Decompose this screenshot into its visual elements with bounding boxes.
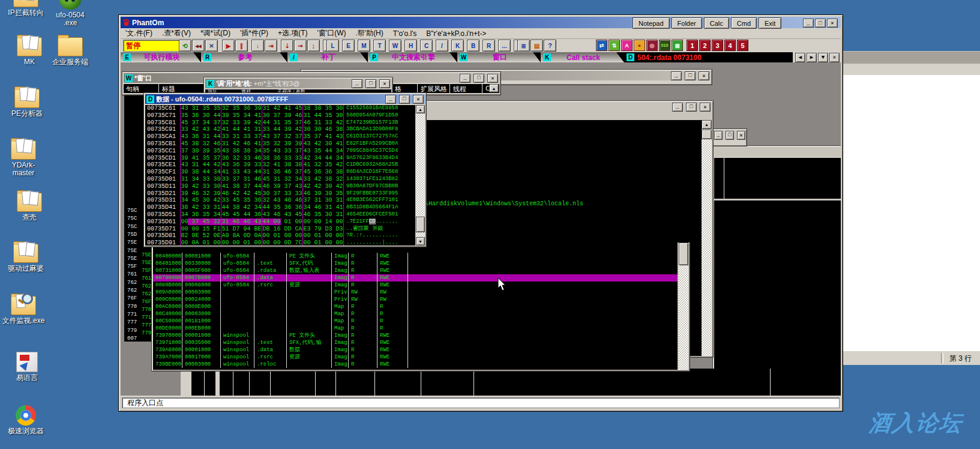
minimize-icon[interactable]: _ — [352, 79, 362, 88]
desktop-icon-mk[interactable]: MK — [7, 37, 52, 66]
restart-icon[interactable]: ⟲ — [179, 40, 191, 52]
memory-map-window[interactable]: 0040000000001000ufo-0504PE 文件头ImagRRWE00… — [151, 243, 690, 372]
close-icon[interactable]: ✕ — [699, 71, 709, 80]
updown-icon[interactable]: ⇅ — [609, 40, 620, 51]
right-background-window[interactable] — [712, 145, 841, 396]
scroll-thumb[interactable] — [416, 217, 425, 232]
memory-row[interactable]: 00C5000000181000MapRR — [153, 318, 678, 325]
tab-close-icon[interactable]: ✕ — [829, 53, 840, 62]
locale-titlebar[interactable]: _ □ ✕ — [415, 102, 712, 112]
hex-row[interactable]: 00735D3134 45 30 4233 45 35 3632 43 46 4… — [145, 197, 415, 204]
desktop-icon-check-shell[interactable]: 查壳 — [7, 193, 52, 221]
memory-row[interactable]: 00DE0000000EB000MapRR — [153, 325, 678, 332]
minimize-icon[interactable]: _ — [672, 103, 683, 112]
desktop-icon-yi-language[interactable]: 易语言 — [5, 352, 49, 382]
swap-icon[interactable]: ⇄ — [596, 40, 607, 51]
hex-row[interactable]: 00735D6100 37 45 3231 46 46 4344 00 01 0… — [145, 218, 415, 226]
hex-row[interactable]: 00735D4138 42 33 3144 38 42 3444 35 36 3… — [145, 204, 415, 211]
maximize-icon[interactable]: □ — [815, 19, 826, 28]
scroll-up-icon[interactable]: ▲ — [702, 120, 712, 129]
memory-row[interactable]: 009A000000003000PrivRWRW — [153, 289, 678, 296]
letter-button-R[interactable]: R — [482, 40, 495, 52]
return-icon[interactable]: ↨ — [307, 40, 320, 52]
maximize-icon[interactable]: □ — [685, 71, 696, 80]
hex-row[interactable]: 00735CB145 38 32 4631 42 46 4135 32 39 3… — [145, 140, 415, 148]
letter-button-L[interactable]: L — [326, 40, 339, 52]
step-into-icon[interactable]: ↓ — [251, 40, 264, 52]
memory-row[interactable]: 00AC00000000E000MapRR — [153, 303, 678, 310]
column-header[interactable]: 扩展风格 — [421, 85, 447, 93]
letter-button-H[interactable]: H — [404, 40, 417, 52]
memory-row[interactable]: 009C000000024000PrivRWRW — [153, 296, 678, 303]
memory-content[interactable]: 0040000000001000ufo-0504PE 文件头ImagRRWE00… — [153, 243, 678, 370]
maximize-icon[interactable]: □ — [365, 79, 376, 88]
memory-row[interactable]: 7397100000035000winspool.textSFX,代码,输Ima… — [153, 339, 678, 346]
hex-row[interactable]: 00735D1139 42 33 3041 38 37 4446 39 37 4… — [145, 183, 415, 190]
menu-item-3[interactable]: '插*件(P) — [235, 28, 273, 38]
scroll-down-icon[interactable]: ▼ — [416, 237, 425, 246]
assemble-icon[interactable]: A — [621, 40, 633, 51]
notepad-button[interactable]: Notepad — [633, 17, 670, 29]
snapshot-button-5[interactable]: 5 — [737, 40, 748, 51]
column-header[interactable]: 格 — [395, 85, 401, 93]
data-dump-window[interactable]: D 数据 - ufo-0504:.rdata 00731000..0078FFF… — [143, 92, 427, 247]
menu-item-2[interactable]: *调*试(D) — [196, 28, 235, 38]
column-header[interactable]: 线程 — [453, 85, 466, 93]
minimize-icon[interactable]: _ — [460, 74, 470, 83]
animate-over-icon[interactable]: ⇝ — [294, 40, 307, 52]
locale-scrollbar[interactable]: ▲ — [702, 120, 712, 356]
snapshot-button-3[interactable]: 3 — [712, 40, 723, 51]
close-icon[interactable]: ✕ — [827, 19, 838, 28]
memory-row[interactable]: 7397000000001000winspoolPE 文件头ImagRRWE — [153, 332, 678, 339]
hex-row[interactable]: 00735C9133 42 43 4241 44 41 3133 44 39 4… — [145, 126, 415, 133]
snapshot-button-2[interactable]: 2 — [699, 40, 711, 51]
letter-button-slash[interactable]: / — [436, 40, 448, 52]
snapshot-button-4[interactable]: 4 — [724, 40, 736, 51]
binary-icon[interactable]: 010 — [659, 40, 670, 51]
snapshot-button-1[interactable]: 1 — [687, 40, 698, 51]
step-over-icon[interactable]: ⇥ — [265, 40, 277, 52]
window-icon[interactable]: ▣ — [672, 40, 683, 51]
close-icon[interactable]: ✕ — [379, 79, 390, 88]
minimize-icon[interactable]: _ — [385, 95, 396, 104]
calc-button[interactable]: Calc — [704, 17, 729, 29]
memory-scrollbar[interactable] — [679, 243, 688, 370]
menu-item-0[interactable]: '文.件(F) — [121, 28, 157, 38]
menu-item-7[interactable]: T'o'o.l's — [388, 29, 422, 38]
hex-row[interactable]: 00735C6143 31 35 3532 35 36 3931 42 41 4… — [145, 105, 415, 112]
minimize-icon[interactable]: _ — [671, 71, 682, 80]
rewind-icon[interactable]: ◂◂ — [192, 40, 205, 52]
letter-button-T[interactable]: T — [373, 40, 386, 52]
desktop-icon-enterprise-server[interactable]: 企业服务端 — [48, 37, 92, 66]
menu-item-4[interactable]: +选.项(T) — [273, 28, 313, 38]
column-header[interactable]: 句柄 — [126, 85, 139, 93]
right-window-titlebar[interactable] — [714, 147, 841, 157]
desktop-icon-file-monitor[interactable]: 文件监视.exe — [1, 296, 46, 325]
hex-row[interactable]: 00735CA143 36 31 4433 31 33 3743 37 32 3… — [145, 133, 415, 140]
minimize-icon[interactable]: _ — [714, 131, 723, 140]
tab-R[interactable]: R参考 — [201, 52, 287, 62]
memory-row[interactable]: 739A600000001000winspool.data数据ImagRRWE — [153, 346, 678, 354]
menu-item-8[interactable]: B"r'e'a+kP.o.i'n+t-> — [421, 29, 491, 38]
memory-row[interactable]: 0080B00000008000ufo-0504.rsrc资源ImagRRWE — [153, 282, 678, 289]
tab-/[interactable]: /补丁 — [287, 52, 368, 62]
scroll-thumb[interactable] — [679, 243, 688, 265]
hex-row[interactable]: 00735D2139 46 32 3946 42 42 4530 37 33 3… — [145, 190, 415, 197]
hex-row[interactable]: 00735C7135 36 30 4439 35 34 4130 37 39 4… — [145, 112, 415, 119]
scroll-up-icon[interactable]: ▲ — [416, 105, 425, 113]
breakpoint-icon[interactable]: ● — [634, 40, 645, 51]
close-icon[interactable]: ✕ — [700, 103, 711, 112]
memory-row[interactable]: 007310000005F000ufo-0504.rdata数据,输入表Imag… — [153, 267, 678, 274]
animate-into-icon[interactable]: ⇣ — [281, 40, 293, 52]
tab-E[interactable]: E可执行模块 — [121, 52, 201, 62]
exit-button[interactable]: Exit — [759, 17, 781, 29]
letter-button-W[interactable]: W — [389, 40, 401, 52]
tab-dropdown-icon[interactable]: ▼ — [818, 53, 828, 62]
tab-D[interactable]: D504:.rdata 0073100 — [624, 52, 717, 62]
hex-row[interactable]: 00735D0131 34 33 3033 37 31 4645 31 32 3… — [145, 176, 415, 183]
tab-prev-icon[interactable]: ◀ — [795, 53, 805, 62]
desktop-icon-driver-bypass[interactable]: 驱动过麻婆 — [4, 244, 48, 273]
memory-row[interactable]: 007900000007B000ufo-0504.dataImagRRWE — [153, 274, 678, 282]
data-scrollbar[interactable]: ▲ ▼ — [416, 105, 425, 246]
main-titlebar[interactable]: PhantOm NotepadFolderCalcCmdExit _□✕ — [121, 17, 841, 28]
